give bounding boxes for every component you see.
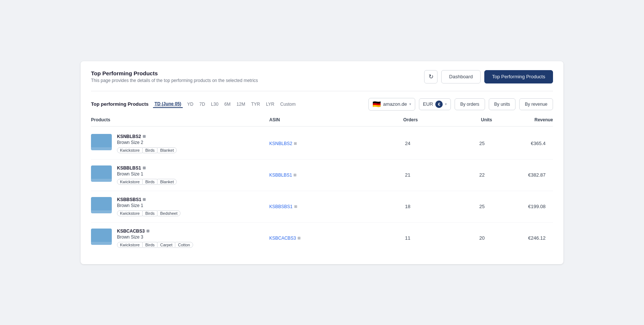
period-custom-button[interactable]: Custom [279,101,297,108]
sort-by-revenue-button[interactable]: By revenue [519,98,553,110]
external-link-icon: ⊞ [143,166,146,170]
sort-by-orders-button[interactable]: By orders [455,98,485,110]
product-tag: Cotton [175,242,193,248]
filters-left: Top performing Products TD (June 05) YD … [91,101,297,108]
product-info: KSNBLBS2 ⊞ Brown Size 2 KwickstoreBirdsB… [91,134,269,153]
table-row: KSBBSBS1 ⊞ Brown Size 1 KwickstoreBirdsB… [91,191,553,223]
page-description: This page provides the details of the to… [91,78,258,83]
product-sku: KSBBSBS1 ⊞ [117,197,180,202]
refresh-button[interactable]: ↻ [424,70,438,83]
product-info: KSBBSBS1 ⊞ Brown Size 1 KwickstoreBirdsB… [91,197,269,216]
product-image [91,165,112,182]
product-tags: KwickstoreBirdsBlanket [117,179,176,185]
asin-external-icon: ⊞ [297,236,300,240]
asin-link[interactable]: KSBBSBS1 ⊞ [269,204,344,209]
currency-badge: € [435,101,443,108]
col-revenue: Revenue [492,117,553,122]
nav-dashboard-button[interactable]: Dashboard [441,70,481,83]
marketplace-label: amazon.de [383,101,407,107]
sort-by-units-button[interactable]: By units [489,98,516,110]
marketplace-dropdown[interactable]: 🇩🇪 amazon.de ▾ [368,98,415,111]
product-tag: Blanket [157,147,177,153]
orders-value: 11 [344,235,418,241]
asin-link[interactable]: KSNBLBS2 ⊞ [269,141,344,146]
main-card: Top Performing Products This page provid… [81,61,563,264]
currency-dropdown[interactable]: EUR € ▾ [419,98,451,110]
product-tags: KwickstoreBirdsBedsheet [117,210,180,216]
period-12m-button[interactable]: 12M [235,101,247,108]
col-asin: ASIN [269,117,344,122]
page-header: Top Performing Products This page provid… [91,70,553,83]
nav-top-performing-button[interactable]: Top Performing Products [484,70,553,83]
period-tyr-button[interactable]: TYR [250,101,261,108]
external-link-icon: ⊞ [143,134,146,138]
product-title: Brown Size 2 [117,140,176,145]
header-right: ↻ Dashboard Top Performing Products [424,70,553,83]
header-divider [91,91,553,91]
currency-chevron-icon: ▾ [445,102,447,106]
product-tag: Kwickstore [117,147,143,153]
product-details: KSNBLBS2 ⊞ Brown Size 2 KwickstoreBirdsB… [117,134,176,153]
product-tag: Blanket [157,179,177,185]
marketplace-flag: 🇩🇪 [373,100,381,108]
table-header: Products ASIN Orders Units Revenue [91,117,553,127]
product-tag: Kwickstore [117,179,143,185]
col-orders: Orders [344,117,418,122]
revenue-value: €199.08 [492,204,553,209]
asin-link[interactable]: KSBBLBS1 ⊞ [269,173,344,178]
units-value: 20 [418,235,492,241]
product-tag: Kwickstore [117,242,143,248]
period-l30-button[interactable]: L30 [209,101,220,108]
product-info: KSBCACBS3 ⊞ Brown Size 3 KwickstoreBirds… [91,229,269,248]
units-value: 25 [418,141,492,146]
orders-value: 18 [344,204,418,209]
product-tag: Birds [142,210,157,216]
product-tags: KwickstoreBirdsBlanket [117,147,176,153]
units-value: 25 [418,204,492,209]
product-tag: Birds [142,242,157,248]
period-7d-button[interactable]: 7D [198,101,206,108]
col-units: Units [418,117,492,122]
page-title: Top Performing Products [91,70,258,76]
period-lyr-button[interactable]: LYR [264,101,276,108]
product-title: Brown Size 1 [117,171,176,177]
asin-external-icon: ⊞ [294,204,297,209]
units-value: 22 [418,172,492,178]
orders-value: 24 [344,141,418,146]
product-tag: Birds [142,179,157,185]
product-title: Brown Size 3 [117,234,193,240]
product-details: KSBBLBS1 ⊞ Brown Size 1 KwickstoreBirdsB… [117,165,176,185]
table-row: KSNBLBS2 ⊞ Brown Size 2 KwickstoreBirdsB… [91,128,553,160]
period-yd-button[interactable]: YD [186,101,195,108]
product-image [91,197,112,213]
product-sku: KSBCACBS3 ⊞ [117,229,193,234]
asin-external-icon: ⊞ [294,141,297,145]
period-td-button[interactable]: TD (June 05) [153,101,183,108]
filters-section-label: Top performing Products [91,101,149,107]
revenue-value: €365.4 [492,141,553,146]
product-tags: KwickstoreBirdsCarpetCotton [117,242,193,248]
product-details: KSBBSBS1 ⊞ Brown Size 1 KwickstoreBirdsB… [117,197,180,216]
product-tag: Kwickstore [117,210,143,216]
marketplace-chevron-icon: ▾ [409,102,411,106]
period-6m-button[interactable]: 6M [223,101,232,108]
product-tag: Carpet [157,242,175,248]
table-row: KSBCACBS3 ⊞ Brown Size 3 KwickstoreBirds… [91,223,553,254]
product-info: KSBBLBS1 ⊞ Brown Size 1 KwickstoreBirdsB… [91,165,269,185]
product-details: KSBCACBS3 ⊞ Brown Size 3 KwickstoreBirds… [117,229,193,248]
product-tag: Bedsheet [157,210,180,216]
col-products: Products [91,117,269,122]
filters-right: 🇩🇪 amazon.de ▾ EUR € ▾ By orders By unit… [368,98,553,111]
product-sku: KSBBLBS1 ⊞ [117,165,176,171]
product-image [91,134,112,150]
table-body: KSNBLBS2 ⊞ Brown Size 2 KwickstoreBirdsB… [91,128,553,254]
header-left: Top Performing Products This page provid… [91,70,258,83]
table-row: KSBBLBS1 ⊞ Brown Size 1 KwickstoreBirdsB… [91,160,553,191]
external-link-icon: ⊞ [143,197,146,201]
product-sku: KSNBLBS2 ⊞ [117,134,176,139]
revenue-value: €382.87 [492,172,553,178]
external-link-icon: ⊞ [146,229,149,233]
asin-external-icon: ⊞ [293,173,296,177]
asin-link[interactable]: KSBCACBS3 ⊞ [269,236,344,241]
product-tag: Birds [142,147,157,153]
